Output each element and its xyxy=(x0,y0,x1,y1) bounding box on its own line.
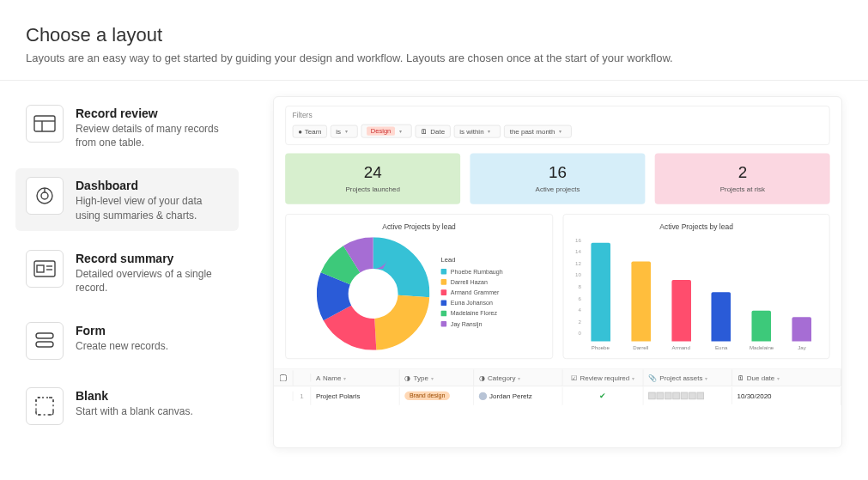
bar-chart: 1614121086420 PhoebeDarrellArmandEunaMad… xyxy=(572,237,822,350)
col-due[interactable]: 🗓 Due date▾ xyxy=(732,369,841,386)
bar xyxy=(631,261,651,341)
avatar-icon xyxy=(479,392,487,399)
svg-rect-12 xyxy=(36,398,53,415)
cell-name: Project Polaris xyxy=(311,387,399,405)
svg-rect-10 xyxy=(36,333,53,338)
filter-op-within[interactable]: is within xyxy=(454,125,501,137)
stat-card: 24Projects launched xyxy=(285,153,460,204)
bar xyxy=(752,311,772,342)
legend-swatch xyxy=(441,301,447,307)
col-review[interactable]: ☑ Review required▾ xyxy=(563,369,644,386)
stat-label: Projects at risk xyxy=(655,185,830,192)
col-checkbox[interactable] xyxy=(274,370,294,386)
check-icon: ✔ xyxy=(599,392,606,400)
filters-label: Filters xyxy=(293,112,823,119)
legend-swatch xyxy=(441,289,447,295)
cell-type: Brand design xyxy=(400,386,474,405)
col-name[interactable]: A Name▾ xyxy=(311,369,399,386)
bar-chart-card: Active Projects by lead 1614121086420 Ph… xyxy=(562,214,830,359)
bar xyxy=(712,292,731,341)
layout-option-dashboard[interactable]: Dashboard High-level view of your data u… xyxy=(15,168,239,230)
bar-column: Euna xyxy=(707,292,736,350)
filter-date-field[interactable]: 🗓 Date xyxy=(415,125,450,137)
donut-chart xyxy=(317,237,430,350)
stat-value: 2 xyxy=(655,163,830,182)
bar-label: Darrell xyxy=(633,344,648,350)
legend-swatch xyxy=(441,269,447,275)
blank-icon xyxy=(26,387,64,425)
legend-swatch xyxy=(441,321,447,327)
stat-card: 2Projects at risk xyxy=(655,153,830,204)
legend-item: Phoebe Rumbaugh xyxy=(441,268,503,275)
layout-option-record-summary[interactable]: Record summary Detailed overviews of a s… xyxy=(15,241,239,303)
option-title: Record review xyxy=(76,106,228,120)
cell-due: 10/30/2020 xyxy=(732,387,841,405)
stats-row: 24Projects launched16Active projects2Pro… xyxy=(274,153,841,214)
bar xyxy=(591,243,610,342)
cell-category: Jordan Peretz xyxy=(474,387,562,405)
svg-point-4 xyxy=(41,192,48,199)
legend-item: Madelaine Florez xyxy=(441,310,503,317)
col-assets[interactable]: 📎 Project assets▾ xyxy=(644,369,732,386)
legend-item: Euna Johanson xyxy=(441,300,503,307)
legend-item: Armand Grammer xyxy=(441,289,503,295)
col-category[interactable]: ◑ Category▾ xyxy=(474,369,562,386)
bar-column: Darrell xyxy=(626,261,655,350)
filter-op-is[interactable]: is xyxy=(331,125,358,137)
option-title: Record summary xyxy=(76,252,228,265)
page-subtitle: Layouts are an easy way to get started b… xyxy=(26,52,842,64)
bar-label: Phoebe xyxy=(592,344,610,350)
option-desc: Review details of many records from one … xyxy=(76,122,228,149)
table-row[interactable]: 1 Project Polaris Brand design Jordan Pe… xyxy=(274,386,841,405)
form-icon xyxy=(26,322,64,360)
page-header: Choose a layout Layouts are an easy way … xyxy=(0,0,868,81)
bar-column: Armand xyxy=(666,280,695,350)
svg-rect-11 xyxy=(36,342,53,347)
stat-value: 24 xyxy=(285,163,460,182)
option-desc: Start with a blank canvas. xyxy=(76,404,193,418)
svg-rect-0 xyxy=(34,116,55,131)
legend-swatch xyxy=(441,279,447,285)
layout-option-blank[interactable]: Blank Start with a blank canvas. xyxy=(15,379,239,434)
cell-assets xyxy=(644,387,732,404)
option-title: Form xyxy=(76,324,168,337)
filter-team-value[interactable]: Design xyxy=(361,125,412,138)
bar-label: Jay xyxy=(798,344,806,350)
table-header: A Name▾ ◑ Type▾ ◑ Category▾ ☑ Review req… xyxy=(274,369,841,386)
bar-column: Jay xyxy=(787,317,816,350)
col-num xyxy=(294,374,312,381)
layout-option-record-review[interactable]: Record review Review details of many rec… xyxy=(15,96,239,158)
legend-swatch xyxy=(441,311,447,317)
bar-column: Phoebe xyxy=(586,243,615,350)
filter-date-value[interactable]: the past month xyxy=(504,125,572,137)
cell-review: ✔ xyxy=(563,386,644,405)
svg-rect-7 xyxy=(37,265,44,272)
record-review-icon xyxy=(26,105,64,143)
filter-team-field[interactable]: ● Team xyxy=(293,125,327,137)
bar-label: Armand xyxy=(672,344,690,350)
option-title: Blank xyxy=(76,389,193,403)
stat-value: 16 xyxy=(470,163,646,182)
chart-title: Active Projects by lead xyxy=(572,222,822,230)
dashboard-icon xyxy=(26,177,64,215)
record-summary-icon xyxy=(26,250,64,288)
bar-label: Euna xyxy=(715,344,727,350)
layout-option-form[interactable]: Form Create new records. xyxy=(15,313,239,368)
stat-card: 16Active projects xyxy=(470,153,646,204)
col-type[interactable]: ◑ Type▾ xyxy=(400,369,474,386)
bar xyxy=(671,280,691,342)
bar-label: Madelaine xyxy=(750,344,774,350)
legend-item: Jay Ransijn xyxy=(441,320,503,327)
layout-preview: Filters ● Team is Design 🗓 Date is withi… xyxy=(273,96,842,448)
filters-panel: Filters ● Team is Design 🗓 Date is withi… xyxy=(285,106,830,145)
option-desc: Detailed overviews of a single record. xyxy=(76,267,228,295)
stat-label: Projects launched xyxy=(285,185,460,192)
stat-label: Active projects xyxy=(470,185,646,192)
donut-legend: Lead Phoebe RumbaughDarrell HazanArmand … xyxy=(441,257,503,331)
option-title: Dashboard xyxy=(76,179,228,192)
bar xyxy=(792,317,812,342)
layout-options: Record review Review details of many rec… xyxy=(15,96,239,448)
option-desc: Create new records. xyxy=(76,339,168,353)
option-desc: High-level view of your data using summa… xyxy=(76,194,228,222)
preview-table: A Name▾ ◑ Type▾ ◑ Category▾ ☑ Review req… xyxy=(274,368,841,404)
